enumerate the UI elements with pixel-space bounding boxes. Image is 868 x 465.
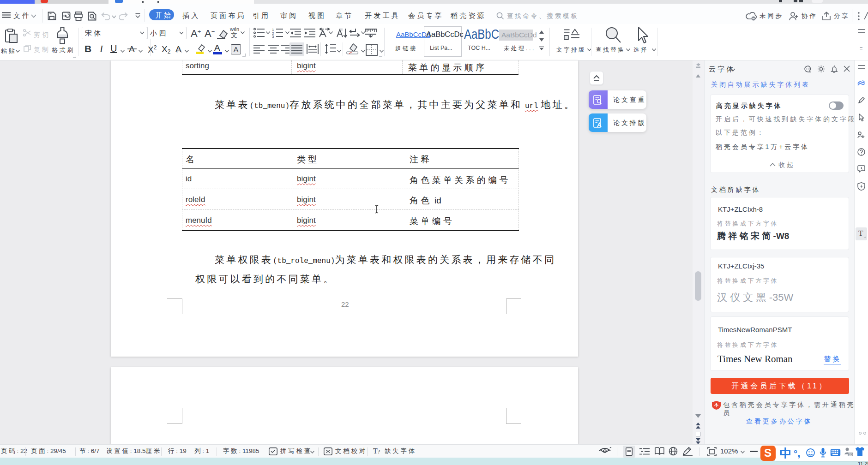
svg-text:3: 3 <box>272 35 274 38</box>
svg-text:2D: 2D <box>849 453 853 456</box>
svg-text:=: = <box>860 46 862 51</box>
